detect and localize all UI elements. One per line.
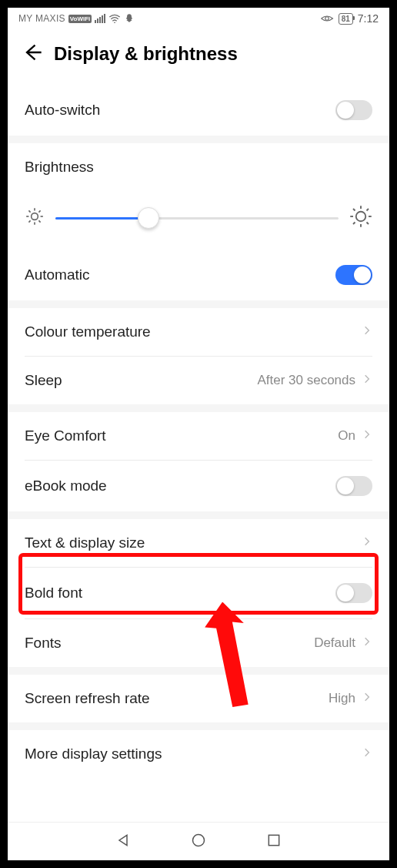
row-label: Fonts: [25, 635, 62, 652]
svg-point-21: [193, 834, 205, 846]
row-eye-comfort[interactable]: Eye Comfort On: [8, 412, 389, 460]
svg-rect-22: [269, 835, 279, 845]
row-label: Sleep: [25, 372, 62, 389]
sun-high-icon: [349, 205, 372, 231]
toggle-ebook-mode[interactable]: [335, 476, 372, 496]
chevron-right-icon: [362, 636, 372, 650]
svg-line-9: [28, 220, 30, 222]
row-auto-switch[interactable]: Auto-switch: [8, 85, 389, 136]
nav-home-button[interactable]: [191, 833, 206, 851]
eye-icon: [320, 14, 334, 23]
row-more-display[interactable]: More display settings: [8, 730, 389, 778]
row-value: On: [338, 428, 355, 444]
svg-point-0: [115, 22, 116, 23]
nav-back-button[interactable]: [115, 833, 131, 851]
row-fonts[interactable]: Fonts Default: [8, 619, 389, 667]
page-title: Display & brightness: [54, 43, 238, 65]
chevron-right-icon: [362, 429, 372, 443]
chevron-right-icon: [362, 374, 372, 387]
status-bar: MY MAXIS VoWiFi 81 7:12: [8, 8, 389, 28]
row-label: Eye Comfort: [25, 427, 106, 444]
nav-recents-button[interactable]: [266, 833, 282, 851]
row-sleep[interactable]: Sleep After 30 seconds: [8, 357, 389, 404]
row-label: Brightness: [25, 159, 94, 175]
row-label: More display settings: [25, 746, 162, 762]
toggle-automatic[interactable]: [335, 265, 372, 285]
brightness-slider-row: [8, 183, 389, 250]
signal-icon: [95, 14, 105, 23]
svg-line-7: [28, 210, 30, 212]
row-label: Colour temperature: [25, 323, 151, 340]
row-label: Bold font: [25, 585, 82, 602]
svg-line-10: [38, 210, 40, 212]
row-automatic[interactable]: Automatic: [8, 250, 389, 300]
vowifi-badge: VoWiFi: [68, 15, 92, 23]
row-colour-temperature[interactable]: Colour temperature: [8, 308, 389, 356]
row-text-display-size[interactable]: Text & display size: [8, 519, 389, 567]
row-label: Text & display size: [25, 535, 145, 551]
svg-line-19: [367, 209, 369, 211]
row-bold-font[interactable]: Bold font: [8, 568, 389, 618]
row-value: After 30 seconds: [257, 373, 355, 388]
carrier-label: MY MAXIS: [18, 13, 65, 24]
svg-point-1: [325, 17, 329, 21]
toggle-bold-font[interactable]: [335, 583, 372, 603]
chevron-right-icon: [362, 325, 372, 339]
system-nav-bar: [8, 822, 389, 860]
row-value: Default: [314, 635, 355, 651]
chevron-right-icon: [362, 692, 372, 705]
wifi-icon: [108, 14, 121, 23]
row-ebook-mode[interactable]: eBook mode: [8, 461, 389, 511]
svg-line-16: [353, 209, 355, 211]
sun-low-icon: [25, 206, 45, 230]
slider-thumb[interactable]: [138, 207, 159, 229]
row-label: Screen refresh rate: [25, 690, 150, 707]
row-screen-refresh[interactable]: Screen refresh rate High: [8, 675, 389, 722]
row-label: eBook mode: [25, 478, 107, 494]
svg-line-18: [353, 223, 355, 225]
chevron-right-icon: [362, 747, 372, 761]
back-button[interactable]: [22, 42, 43, 66]
row-label: Automatic: [25, 266, 89, 283]
svg-line-8: [38, 220, 40, 222]
row-value: High: [329, 691, 355, 706]
clock: 7:12: [358, 12, 379, 25]
snapchat-icon: [124, 13, 135, 24]
battery-icon: 81: [339, 13, 353, 25]
row-label: Auto-switch: [25, 102, 100, 119]
svg-line-17: [367, 223, 369, 225]
brightness-slider[interactable]: [55, 217, 339, 220]
toggle-auto-switch[interactable]: [335, 100, 372, 120]
svg-point-2: [32, 213, 38, 220]
page-header: Display & brightness: [8, 28, 389, 85]
brightness-section: Brightness: [8, 143, 389, 183]
chevron-right-icon: [362, 536, 372, 550]
svg-point-11: [356, 212, 366, 222]
